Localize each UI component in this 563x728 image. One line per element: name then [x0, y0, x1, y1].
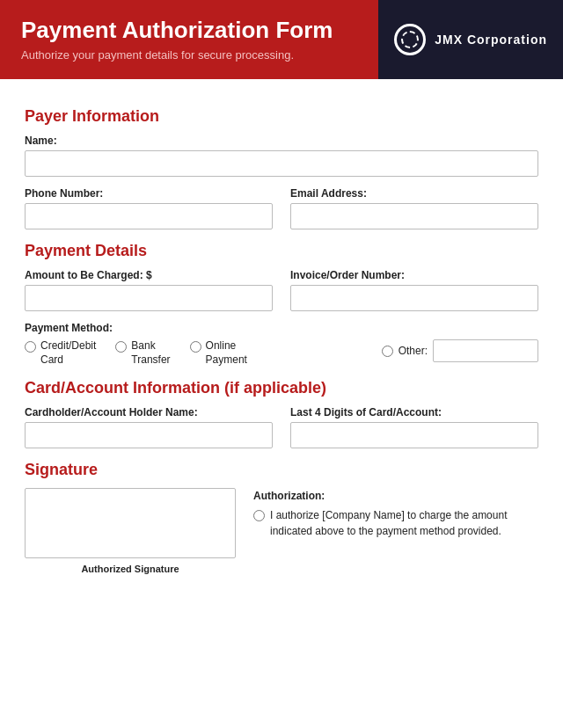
radio-online-label: OnlinePayment — [206, 339, 247, 367]
radio-credit-label: Credit/DebitCard — [40, 339, 96, 367]
signature-label: Authorized Signature — [81, 564, 179, 574]
card-info-row: Cardholder/Account Holder Name: Last 4 D… — [25, 406, 538, 448]
radio-bank-label: BankTransfer — [131, 339, 170, 367]
card-section-title: Card/Account Information (if applicable) — [25, 379, 538, 397]
amount-input[interactable] — [25, 285, 273, 311]
amount-field-group: Amount to Be Charged: $ — [25, 269, 273, 311]
radio-credit-card[interactable]: Credit/DebitCard — [25, 339, 96, 367]
phone-input[interactable] — [25, 203, 273, 229]
auth-radio-input[interactable] — [253, 510, 265, 521]
signature-row: Authorized Signature Authorization: I au… — [25, 488, 538, 574]
payment-section-title: Payment Details — [25, 242, 538, 260]
authorization-box: Authorization: I authorize [Company Name… — [253, 488, 538, 574]
radio-credit-input[interactable] — [25, 341, 36, 353]
signature-canvas[interactable] — [25, 488, 236, 558]
phone-email-row: Phone Number: Email Address: — [25, 187, 538, 229]
radio-other-group: Other: — [382, 339, 538, 362]
payer-section-title: Payer Information — [25, 107, 538, 126]
other-text-input[interactable] — [433, 339, 538, 362]
auth-text: I authorize [Company Name] to charge the… — [270, 507, 538, 539]
payment-method-group: Payment Method: Credit/DebitCard BankTra… — [25, 322, 538, 367]
name-field-group: Name: — [25, 135, 538, 177]
authorization-title: Authorization: — [253, 490, 538, 502]
radio-bank-transfer[interactable]: BankTransfer — [115, 339, 170, 367]
auth-radio-row: I authorize [Company Name] to charge the… — [253, 507, 538, 539]
radio-online-payment[interactable]: OnlinePayment — [190, 339, 247, 367]
signature-section-title: Signature — [25, 461, 538, 479]
company-logo: JMX Corporation — [394, 24, 547, 55]
cardholder-field-group: Cardholder/Account Holder Name: — [25, 406, 273, 448]
amount-invoice-row: Amount to Be Charged: $ Invoice/Order Nu… — [25, 269, 538, 311]
company-name: JMX Corporation — [435, 33, 547, 47]
email-field-group: Email Address: — [290, 187, 538, 229]
digits-label: Last 4 Digits of Card/Account: — [290, 406, 538, 419]
email-label: Email Address: — [290, 187, 538, 200]
company-icon — [394, 24, 426, 55]
cardholder-input[interactable] — [25, 422, 273, 448]
invoice-label: Invoice/Order Number: — [290, 269, 538, 281]
radio-other-label: Other: — [398, 345, 428, 357]
name-input[interactable] — [25, 150, 538, 177]
email-input[interactable] — [290, 203, 538, 229]
page-subtitle: Authorize your payment details for secur… — [21, 48, 357, 62]
amount-label: Amount to Be Charged: $ — [25, 269, 273, 281]
phone-label: Phone Number: — [25, 187, 273, 200]
name-label: Name: — [25, 135, 538, 147]
phone-field-group: Phone Number: — [25, 187, 273, 229]
digits-input[interactable] — [290, 422, 538, 448]
invoice-input[interactable] — [290, 285, 538, 311]
cardholder-label: Cardholder/Account Holder Name: — [25, 406, 273, 419]
payment-method-label: Payment Method: — [25, 322, 538, 334]
radio-other-input[interactable] — [382, 346, 393, 357]
header-left: Payment Authorization Form Authorize you… — [0, 0, 378, 79]
signature-box: Authorized Signature — [25, 488, 236, 574]
invoice-field-group: Invoice/Order Number: — [290, 269, 538, 311]
radio-bank-input[interactable] — [115, 341, 127, 353]
page-header: Payment Authorization Form Authorize you… — [0, 0, 563, 79]
digits-field-group: Last 4 Digits of Card/Account: — [290, 406, 538, 448]
form-content: Payer Information Name: Phone Number: Em… — [0, 79, 563, 595]
payment-method-options: Credit/DebitCard BankTransfer OnlinePaym… — [25, 339, 538, 367]
page-title: Payment Authorization Form — [21, 18, 357, 43]
company-branding: JMX Corporation — [378, 0, 563, 79]
radio-online-input[interactable] — [190, 341, 201, 353]
